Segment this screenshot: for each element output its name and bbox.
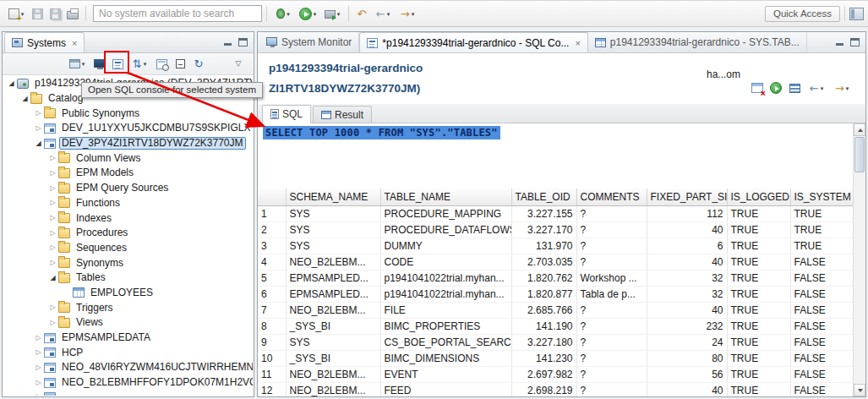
maximize-icon[interactable] — [850, 38, 860, 46]
tab-sys-tables[interactable]: p1941293394trial-gerardnico - SYS.TAB... — [588, 32, 807, 52]
systems-tab[interactable]: Systems × — [4, 32, 85, 52]
sort-button[interactable]: ⇅ ▾ — [128, 55, 151, 74]
table-name-cell[interactable]: PROCEDURE_DATAFLOWS — [380, 221, 511, 238]
is-system-cell[interactable]: TRUE — [790, 221, 853, 238]
expand-arrow-icon[interactable] — [33, 125, 44, 132]
fixed-part-size-cell[interactable]: 40 — [647, 221, 727, 238]
is-system-cell[interactable]: TRUE — [790, 238, 853, 254]
sql-editor[interactable]: SELECT TOP 1000 * FROM "SYS"."TABLES" — [258, 123, 865, 145]
grid-row[interactable]: 11 NEO_B2LEBM... EVENT 2.697.982 ? 56 TR… — [258, 366, 853, 382]
table-oid-cell[interactable]: 1.820.877 — [511, 286, 576, 302]
grid-row[interactable]: 7 NEO_B2LEBM... FILE 2.685.766 ? 40 TRUE… — [258, 302, 853, 318]
minimize-icon[interactable] — [223, 38, 232, 46]
col-is-system[interactable]: IS_SYSTEM — [790, 189, 853, 205]
row-number-cell[interactable]: 1 — [258, 205, 286, 221]
tree-item[interactable]: NEO_B2LEBMHFFOFY1DPOK07M1H2VG — [3, 375, 253, 391]
tree-item[interactable]: EPM Models — [3, 166, 253, 181]
run-button[interactable]: ▾ — [296, 4, 319, 23]
fixed-part-size-cell[interactable]: 32 — [647, 286, 727, 302]
is-system-cell[interactable]: FALSE — [790, 350, 853, 366]
table-oid-cell[interactable]: 2.703.035 — [511, 254, 576, 270]
tree-item[interactable]: Tables — [3, 271, 253, 286]
col-fixed-part-size[interactable]: FIXED_PART_SIZE — [647, 189, 727, 205]
schema-name-cell[interactable]: SYS — [286, 221, 380, 238]
table-oid-cell[interactable]: 3.227.180 — [511, 334, 576, 350]
refresh-button[interactable]: ↻ — [190, 55, 207, 74]
expand-arrow-icon[interactable] — [33, 394, 44, 396]
is-logged-cell[interactable]: TRUE — [727, 366, 790, 382]
is-system-cell[interactable]: FALSE — [790, 366, 853, 382]
grid-row[interactable]: 6 EPMSAMPLED... p1941041022trial.myhan..… — [258, 286, 853, 302]
is-logged-cell[interactable]: TRUE — [727, 382, 790, 397]
row-number-cell[interactable]: 9 — [258, 334, 286, 350]
debug-button[interactable]: ▾ — [271, 4, 295, 23]
col-is-logged[interactable]: IS_LOGGED — [727, 189, 790, 205]
grid-row[interactable]: 4 NEO_B2LEBM... CODE 2.703.035 ? 40 TRUE… — [258, 254, 853, 270]
find-table-button[interactable] — [153, 55, 170, 74]
schema-name-cell[interactable]: NEO_B2LEBM... — [286, 382, 380, 397]
comments-cell[interactable]: ? — [576, 318, 647, 334]
expand-arrow-icon[interactable] — [47, 230, 58, 237]
expand-arrow-icon[interactable] — [47, 320, 58, 326]
grid-row[interactable]: 2 SYS PROCEDURE_DATAFLOWS 3.227.170 ? 40… — [258, 221, 853, 238]
tab-result[interactable]: Result — [313, 106, 372, 123]
grid-row[interactable]: 1 SYS PROCEDURE_MAPPING 3.227.155 ? 112 … — [258, 205, 853, 221]
tree-item[interactable]: Indexes — [3, 210, 253, 226]
col-schema-name[interactable]: SCHEMA_NAME — [286, 189, 380, 205]
is-system-cell[interactable]: FALSE — [790, 286, 853, 302]
is-system-cell[interactable]: FALSE — [790, 334, 853, 350]
comments-cell[interactable]: ? — [576, 366, 647, 382]
row-number-cell[interactable]: 7 — [258, 302, 286, 318]
comments-cell[interactable]: ? — [576, 238, 647, 254]
expand-arrow-icon[interactable] — [47, 244, 58, 251]
tree-item[interactable]: DEV_3PY4ZI1RTV18DYWZ72K3770JM — [3, 136, 253, 151]
tree-item[interactable]: HCP — [3, 345, 253, 360]
table-name-cell[interactable]: DUMMY — [380, 238, 511, 254]
table-oid-cell[interactable]: 2.698.219 — [511, 382, 576, 397]
close-icon[interactable]: × — [72, 38, 77, 48]
expand-arrow-icon[interactable] — [47, 260, 58, 266]
schema-name-cell[interactable]: NEO_B2LEBM... — [286, 366, 380, 382]
is-logged-cell[interactable]: TRUE — [727, 254, 790, 270]
expand-arrow-icon[interactable] — [47, 304, 58, 311]
tree-item[interactable]: EPMSAMPLEDATA — [3, 331, 253, 346]
col-comments[interactable]: COMMENTS — [576, 189, 647, 205]
col-table-oid[interactable]: TABLE_OID — [511, 189, 576, 205]
expand-arrow-icon[interactable] — [33, 140, 44, 147]
row-number-cell[interactable]: 10 — [258, 350, 286, 366]
table-name-cell[interactable]: p1941041022trial.myhan... — [380, 270, 511, 286]
table-name-cell[interactable]: FILE — [380, 302, 511, 318]
expand-arrow-icon[interactable] — [6, 80, 17, 87]
view-menu-button[interactable]: ▽ — [230, 55, 247, 74]
scroll-up-icon[interactable] — [854, 123, 865, 136]
tab-sql-console[interactable]: *p1941293394trial-gerardnico - SQL Co...… — [359, 32, 587, 52]
tree-item[interactable]: EMPLOYEES — [3, 286, 253, 301]
table-oid-cell[interactable]: 141.190 — [511, 318, 576, 334]
tree-item[interactable]: EPM Query Sources — [3, 181, 253, 196]
comments-cell[interactable]: Tabla de p... — [576, 286, 647, 302]
row-number-cell[interactable]: 6 — [258, 286, 286, 302]
collapse-all-button[interactable] — [172, 55, 188, 74]
schema-name-cell[interactable]: EPMSAMPLED... — [286, 286, 380, 302]
forward-button[interactable]: → ▾ — [396, 4, 419, 23]
fixed-part-size-cell[interactable]: 32 — [647, 270, 727, 286]
expand-arrow-icon[interactable] — [33, 110, 44, 117]
table-view-button[interactable] — [786, 79, 803, 97]
expand-arrow-icon[interactable] — [47, 170, 58, 177]
comments-cell[interactable]: ? — [576, 334, 647, 350]
is-logged-cell[interactable]: TRUE — [727, 318, 790, 334]
schema-name-cell[interactable]: _SYS_BI — [286, 318, 380, 334]
tree-item[interactable] — [3, 390, 253, 396]
grid-row[interactable]: 12 NEO_B2LEBM... FEED 2.698.219 ? 40 TRU… — [258, 382, 853, 397]
tab-sql[interactable]: SQL — [262, 105, 311, 123]
tree-item[interactable]: NEO_48VI6RYZWM416UCJTWIRRHEMN — [3, 360, 253, 375]
fixed-part-size-cell[interactable]: 232 — [647, 318, 727, 334]
scroll-thumb[interactable] — [854, 137, 865, 172]
is-system-cell[interactable]: FALSE — [790, 318, 853, 334]
row-number-cell[interactable]: 2 — [258, 221, 286, 238]
execute-button[interactable] — [767, 79, 784, 97]
row-number-cell[interactable]: 3 — [258, 238, 286, 254]
new-button[interactable]: ▾ — [4, 4, 28, 23]
schema-name-cell[interactable]: _SYS_BI — [286, 350, 380, 366]
table-name-cell[interactable]: CS_BOE_PORTAL_SEARCH — [380, 334, 511, 350]
